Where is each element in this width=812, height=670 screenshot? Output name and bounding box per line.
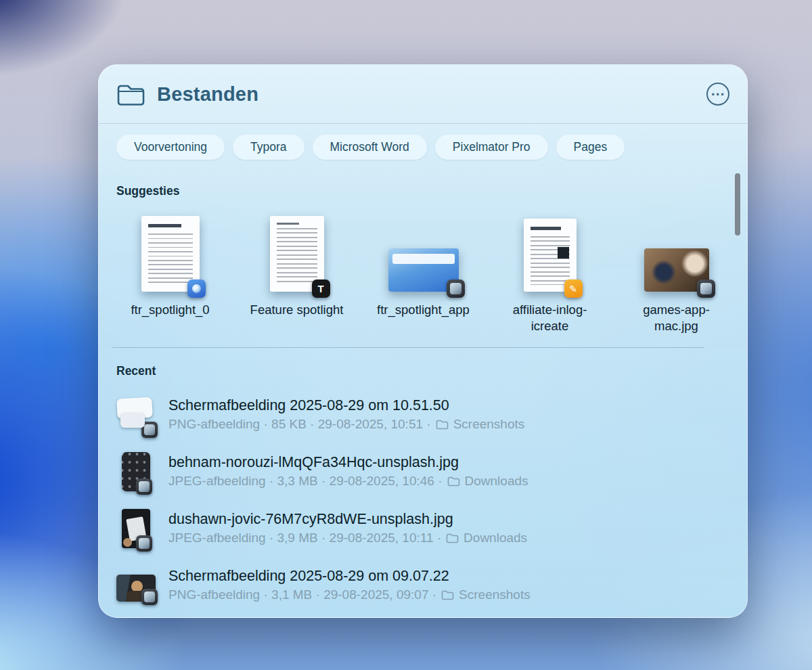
file-thumbnail <box>122 509 150 548</box>
file-thumbnail <box>116 575 156 602</box>
header-divider <box>99 123 747 124</box>
suggestions-header: Suggesties <box>116 184 747 198</box>
file-meta: JPEG-afbeelding · 3,3 MB · 29-08-2025, 1… <box>168 474 528 489</box>
file-name: ftr_spotlight_0 <box>131 302 209 318</box>
app-badge-icon <box>447 280 465 298</box>
file-name: Schermafbeelding 2025-08-29 om 10.51.50 <box>168 397 524 414</box>
file-name: games-app-mac.jpg <box>623 302 730 335</box>
file-thumbnail <box>116 395 156 434</box>
filter-chip-pages[interactable]: Pages <box>556 135 625 160</box>
typora-app-badge-icon: T <box>312 280 330 298</box>
suggestion-item[interactable]: ✎ affiliate-inlog-icreate <box>487 198 613 335</box>
preview-app-badge-icon <box>187 280 206 298</box>
app-badge-icon <box>141 589 158 605</box>
suggestion-item[interactable]: games-app-mac.jpg <box>613 198 740 335</box>
filter-chip-typora[interactable]: Typora <box>233 135 304 160</box>
recent-file-row[interactable]: Schermafbeelding 2025-08-29 om 10.51.50 … <box>116 386 747 443</box>
scrollbar-thumb[interactable] <box>735 173 740 236</box>
recent-header: Recent <box>116 364 747 378</box>
files-panel: Bestanden ⋯ Voorvertoning Typora Microso… <box>98 64 748 618</box>
folder-icon <box>436 420 449 430</box>
document-thumbnail <box>141 216 200 292</box>
file-meta: PNG-afbeelding · 85 KB · 29-08-2025, 10:… <box>168 417 524 432</box>
folder-name: Downloads <box>464 531 527 545</box>
app-badge-icon <box>697 280 715 298</box>
screenshot-thumbnail <box>388 248 459 292</box>
folder-icon <box>441 590 454 600</box>
folder-name: Downloads <box>465 474 528 489</box>
file-name: dushawn-jovic-76M7cyR8dWE-unsplash.jpg <box>168 511 527 528</box>
more-options-button[interactable]: ⋯ <box>706 83 729 106</box>
file-name: behnam-norouzi-lMqQFa34Hqc-unsplash.jpg <box>168 454 528 471</box>
panel-header: Bestanden ⋯ <box>99 65 747 123</box>
file-name: affiliate-inlog-icreate <box>497 302 604 335</box>
recent-file-row[interactable]: behnam-norouzi-lMqQFa34Hqc-unsplash.jpg … <box>116 443 747 500</box>
recent-list: Schermafbeelding 2025-08-29 om 10.51.50 … <box>116 386 747 618</box>
filter-chip-microsoft-word[interactable]: Microsoft Word <box>313 135 427 160</box>
folder-icon <box>446 533 459 543</box>
folder-name: Screenshots <box>453 417 525 432</box>
filter-chip-voorvertoning[interactable]: Voorvertoning <box>116 135 225 160</box>
suggestions-grid: ftr_spotlight_0 T Feature spotlight <box>99 198 747 335</box>
recent-file-row[interactable]: Schermafbeelding 2025-08-29 om 09.07.21 <box>116 614 747 618</box>
folder-name: Screenshots <box>459 587 531 602</box>
file-name: Feature spotlight <box>250 302 344 318</box>
app-badge-icon <box>141 422 158 438</box>
desktop-wallpaper: Bestanden ⋯ Voorvertoning Typora Microso… <box>0 0 812 670</box>
panel-title: Bestanden <box>157 83 706 106</box>
app-badge-icon <box>136 535 152 552</box>
app-badge-icon <box>136 478 152 495</box>
file-thumbnail <box>122 452 150 491</box>
document-thumbnail: ✎ <box>524 219 577 292</box>
filter-chips: Voorvertoning Typora Microsoft Word Pixe… <box>116 135 729 160</box>
recent-file-row[interactable]: Schermafbeelding 2025-08-29 om 09.07.22 … <box>116 557 747 614</box>
file-name: ftr_spotlight_app <box>377 302 470 318</box>
suggestion-item[interactable]: ftr_spotlight_app <box>360 198 487 335</box>
photo-thumbnail <box>644 248 709 292</box>
folder-icon <box>447 476 460 487</box>
markup-app-badge-icon: ✎ <box>564 280 583 298</box>
suggestion-item[interactable]: ftr_spotlight_0 <box>107 198 233 335</box>
file-name: Schermafbeelding 2025-08-29 om 09.07.22 <box>168 568 531 585</box>
filter-chip-pixelmator-pro[interactable]: Pixelmator Pro <box>435 135 548 160</box>
folder-icon <box>116 83 145 106</box>
document-thumbnail: T <box>270 216 324 292</box>
file-meta: JPEG-afbeelding · 3,9 MB · 29-08-2025, 1… <box>168 531 527 545</box>
section-divider <box>112 347 704 348</box>
suggestion-item[interactable]: T Feature spotlight <box>233 198 360 335</box>
file-meta: PNG-afbeelding · 3,1 MB · 29-08-2025, 09… <box>168 587 531 602</box>
recent-file-row[interactable]: dushawn-jovic-76M7cyR8dWE-unsplash.jpg J… <box>116 500 747 557</box>
